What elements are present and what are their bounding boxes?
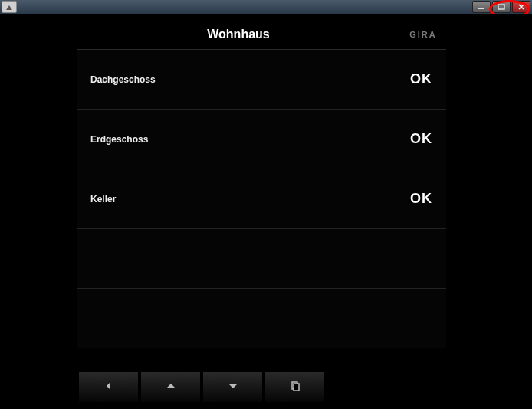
nav-copy-button[interactable] [264, 371, 325, 403]
svg-rect-0 [478, 8, 484, 9]
close-button[interactable] [512, 1, 530, 13]
nav-back-button[interactable] [78, 371, 139, 403]
window-titlebar [0, 0, 532, 14]
minimize-button[interactable] [472, 1, 491, 13]
bottom-navbar [77, 371, 446, 403]
chevron-down-icon [228, 381, 238, 394]
room-label: Dachgeschoss [90, 74, 156, 85]
brand-label: GIRA [400, 30, 446, 39]
room-list: Dachgeschoss OK Erdgeschoss OK Keller OK [77, 50, 446, 371]
app-icon [2, 1, 17, 13]
room-status: OK [410, 191, 432, 207]
room-row-erdgeschoss[interactable]: Erdgeschoss OK [77, 110, 446, 169]
room-label: Keller [90, 194, 116, 204]
room-label: Erdgeschoss [90, 134, 148, 145]
room-row-keller[interactable]: Keller OK [77, 169, 446, 229]
maximize-button[interactable] [492, 1, 511, 13]
copy-icon [290, 381, 300, 394]
chevron-left-icon [103, 381, 114, 394]
panel-header: Wohnhaus GIRA [77, 20, 446, 50]
app-viewport: Wohnhaus GIRA Dachgeschoss OK Erdgeschos… [0, 14, 532, 409]
page-title: Wohnhaus [77, 28, 400, 41]
chevron-up-icon [166, 381, 176, 394]
room-row-empty [77, 289, 446, 348]
room-row-dachgeschoss[interactable]: Dachgeschoss OK [77, 50, 446, 110]
window-controls [472, 1, 530, 13]
room-status: OK [410, 131, 432, 147]
room-row-empty [77, 229, 446, 289]
nav-down-button[interactable] [202, 371, 263, 403]
main-panel: Wohnhaus GIRA Dachgeschoss OK Erdgeschos… [77, 20, 446, 403]
nav-spacer [327, 371, 445, 403]
svg-rect-1 [498, 5, 504, 9]
room-status: OK [410, 71, 432, 87]
svg-rect-4 [294, 384, 299, 391]
nav-up-button[interactable] [140, 371, 201, 403]
